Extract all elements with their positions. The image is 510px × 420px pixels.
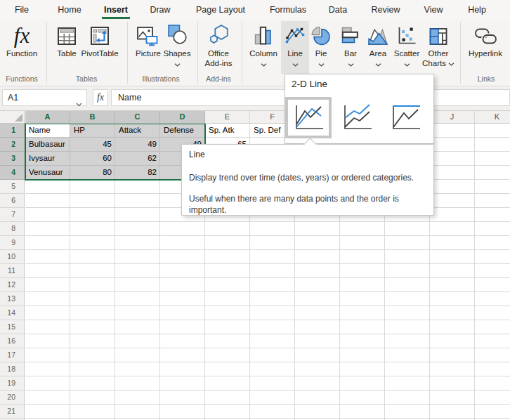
ribbon-button-hyperlink[interactable]: Hyperlink [464, 21, 506, 74]
row-header-11[interactable]: 11 [0, 264, 25, 278]
column-header-e[interactable]: E [205, 111, 250, 124]
row-header-1[interactable]: 1 [0, 124, 25, 138]
row-header-4[interactable]: 4 [0, 166, 25, 180]
tab-formulas[interactable]: Formulas [268, 0, 308, 20]
column-header-j[interactable]: J [430, 111, 475, 124]
fx-glyph: fx [14, 25, 30, 46]
row-header-12[interactable]: 12 [0, 278, 25, 292]
tab-label: Page Layout [196, 5, 245, 15]
gallery-item-line[interactable] [285, 97, 332, 138]
gallery-item-stacked-line[interactable] [334, 97, 380, 138]
row-header-17[interactable]: 17 [0, 348, 25, 362]
row-header-3[interactable]: 3 [0, 152, 25, 166]
tab-insert[interactable]: Insert [103, 0, 129, 20]
tab-draw[interactable]: Draw [148, 0, 171, 20]
ribbon-button-line[interactable]: Line [281, 21, 309, 74]
ribbon-tab-bar: FileHomeInsertDrawPage LayoutFormulasDat… [0, 0, 510, 20]
tab-label: Insert [104, 5, 128, 15]
picture-icon-svg [136, 25, 160, 46]
shapes-icon-svg [166, 23, 189, 46]
row-header-9[interactable]: 9 [0, 236, 25, 250]
row-header-19[interactable]: 19 [0, 376, 25, 391]
ribbon-button-bar[interactable]: Bar [339, 21, 362, 74]
ribbon-button-table[interactable]: Table [51, 21, 82, 74]
tab-view[interactable]: View [423, 0, 445, 20]
ribbon-button-shapes[interactable]: Shapes [161, 21, 193, 74]
office-addins-icon [207, 24, 230, 46]
cell-e1[interactable]: Sp. Atk [205, 124, 250, 138]
ribbon-button-label: Shapes [163, 48, 190, 58]
column-header-a[interactable]: A [25, 111, 70, 124]
name-box[interactable]: A1 [2, 89, 87, 106]
ribbon-button-label: Bar [344, 48, 357, 58]
row-header-16[interactable]: 16 [0, 334, 25, 348]
chevron-down-icon-svg [261, 63, 267, 67]
name-box-chevron-icon-svg [76, 103, 82, 107]
ribbon-button-pie[interactable]: Pie [310, 21, 332, 74]
gallery-item-100-stacked-line[interactable] [382, 97, 429, 138]
chart-gallery [285, 97, 431, 138]
ribbon-button-picture[interactable]: Picture [132, 21, 164, 74]
column-header-k[interactable]: K [475, 111, 510, 124]
ribbon-button-area[interactable]: Area [365, 21, 391, 74]
chevron-down-icon-svg [318, 63, 325, 67]
tab-help[interactable]: Help [466, 0, 488, 20]
chevron-down-icon [375, 60, 381, 67]
formula-content: Name [118, 93, 141, 103]
row-header-7[interactable]: 7 [0, 208, 25, 222]
dropdown-section-title: 2-D Line [292, 79, 327, 89]
ribbon-button-other-charts[interactable]: OtherCharts [420, 21, 457, 74]
chevron-down-icon [448, 58, 455, 68]
row-header-8[interactable]: 8 [0, 222, 25, 236]
column-header-b[interactable]: B [70, 111, 115, 124]
pivottable-icon-svg [89, 25, 110, 46]
select-all-corner[interactable] [0, 111, 25, 124]
ribbon-button-label: PivotTable [81, 48, 118, 58]
row-header-14[interactable]: 14 [0, 306, 25, 320]
insert-function-button[interactable]: fx [93, 89, 108, 106]
bar-chart-icon [340, 24, 361, 46]
name-box-chevron-icon[interactable] [76, 96, 82, 112]
tab-home[interactable]: Home [56, 0, 82, 20]
chevron-down-icon [404, 60, 410, 67]
tooltip-paragraph-1: Display trend over time (dates, years) o… [189, 172, 428, 183]
ribbon-group-separator [197, 22, 198, 84]
chevron-down-icon-svg [292, 63, 299, 67]
tab-file[interactable]: File [13, 0, 30, 20]
ribbon-group-separator [46, 22, 47, 84]
row-header-20[interactable]: 20 [0, 391, 25, 405]
row-header-5[interactable]: 5 [0, 180, 25, 194]
column-chart-icon [253, 24, 274, 46]
fx-icon: fx [97, 92, 104, 103]
column-header-d[interactable]: D [160, 111, 205, 124]
ribbon-group-separator [127, 22, 128, 84]
column-header-c[interactable]: C [115, 111, 160, 124]
ribbon-button-scatter[interactable]: Scatter [391, 21, 422, 74]
ribbon-group-label-illustrations: Illustrations [142, 74, 179, 83]
row-header-15[interactable]: 15 [0, 320, 25, 334]
tab-page-layout[interactable]: Page Layout [195, 0, 247, 20]
scatter-chart-icon-svg [396, 25, 417, 46]
ribbon-group-label-links: Links [478, 74, 495, 83]
tab-review[interactable]: Review [370, 0, 402, 20]
row-header-18[interactable]: 18 [0, 362, 25, 376]
row-header-13[interactable]: 13 [0, 292, 25, 306]
tab-data[interactable]: Data [327, 0, 348, 20]
selection-border [25, 123, 206, 181]
row-header-6[interactable]: 6 [0, 194, 25, 208]
tab-label: Review [372, 5, 400, 15]
ribbon-button-office-add-ins[interactable]: OfficeAdd-ins [202, 21, 235, 74]
ribbon-button-pivottable[interactable]: PivotTable [79, 21, 121, 74]
tab-label: Draw [150, 5, 170, 15]
chevron-down-icon [292, 60, 299, 67]
tab-label: View [424, 5, 443, 15]
ribbon-button-function[interactable]: fxFunction [4, 21, 39, 74]
ribbon-group-label-tables: Tables [76, 74, 97, 83]
row-header-21[interactable]: 21 [0, 405, 25, 419]
ribbon-button-label: Other [429, 48, 449, 58]
row-header-10[interactable]: 10 [0, 250, 25, 264]
row-header-2[interactable]: 2 [0, 138, 25, 152]
ribbon-button-column[interactable]: Column [246, 21, 281, 74]
ribbon-button-label: Pie [315, 48, 327, 58]
tab-label: Data [329, 5, 347, 15]
